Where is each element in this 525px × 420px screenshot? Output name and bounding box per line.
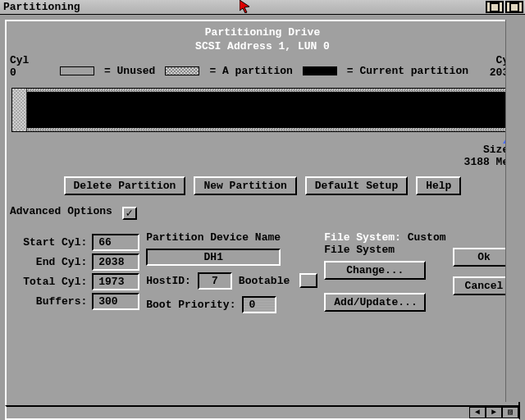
legend-current: = Current partition: [347, 65, 468, 77]
partition-map[interactable]: [11, 88, 514, 132]
totalcyl-label: Total Cyl:: [23, 276, 87, 288]
change-button[interactable]: Change...: [324, 261, 426, 280]
legend-partition: = A partition: [209, 65, 292, 77]
svg-marker-0: [240, 0, 249, 13]
hostid-field[interactable]: 7: [198, 272, 232, 290]
buffers-field[interactable]: 300: [92, 293, 139, 310]
scroll-left-icon[interactable]: ◄: [469, 407, 486, 418]
mouse-cursor-icon: [240, 0, 251, 13]
endcyl-field[interactable]: 2038: [92, 253, 139, 271]
hostid-label: HostID:: [146, 275, 191, 287]
endcyl-label: End Cyl:: [36, 256, 87, 268]
advanced-options-checkbox[interactable]: [122, 207, 137, 220]
pdn-field[interactable]: DH1: [146, 249, 281, 266]
scroll-right-icon[interactable]: ►: [486, 407, 502, 418]
partition-slice-unused[interactable]: [12, 89, 27, 131]
swatch-partition-icon: [165, 66, 199, 75]
bootable-label: Bootable: [239, 275, 290, 287]
default-setup-button[interactable]: Default Setup: [305, 176, 408, 195]
legend-unused: = Unused: [104, 65, 155, 77]
pdn-label: Partition Device Name: [146, 231, 317, 244]
fs-label: File System:: [324, 231, 401, 244]
new-partition-button[interactable]: New Partition: [194, 176, 296, 195]
right-margin: [505, 20, 520, 402]
zoom-gadget-icon[interactable]: [505, 1, 523, 13]
help-button[interactable]: Help: [416, 176, 461, 195]
main-window: Partitioning Drive SCSI Address 1, LUN 0…: [5, 20, 520, 413]
partition-slice-current[interactable]: [27, 92, 509, 128]
startcyl-label: Start Cyl:: [23, 236, 87, 249]
swatch-current-icon: [303, 66, 337, 75]
advanced-options-label: Advanced Options: [10, 205, 112, 217]
depth-gadget-icon[interactable]: [486, 1, 504, 13]
header-subtitle: SCSI Address 1, LUN 0: [10, 40, 515, 52]
size-gadget-icon[interactable]: ▨: [502, 407, 518, 418]
window-title: Partitioning: [3, 1, 80, 13]
buffers-label: Buffers:: [36, 295, 87, 308]
delete-partition-button[interactable]: Delete Partition: [64, 176, 186, 195]
add-update-button[interactable]: Add/Update...: [324, 293, 426, 312]
horizontal-scrollbar[interactable]: ◄ ► ▨: [5, 405, 520, 420]
header-title: Partitioning Drive: [10, 26, 515, 39]
titlebar[interactable]: Partitioning: [0, 0, 525, 15]
totalcyl-field[interactable]: 1973: [92, 273, 139, 290]
bootable-checkbox[interactable]: [299, 273, 317, 288]
swatch-unused-icon: [60, 66, 94, 75]
bootpri-label: Boot Priority:: [146, 299, 235, 311]
bootpri-field[interactable]: 0: [242, 296, 276, 313]
startcyl-field[interactable]: 66: [92, 234, 139, 251]
